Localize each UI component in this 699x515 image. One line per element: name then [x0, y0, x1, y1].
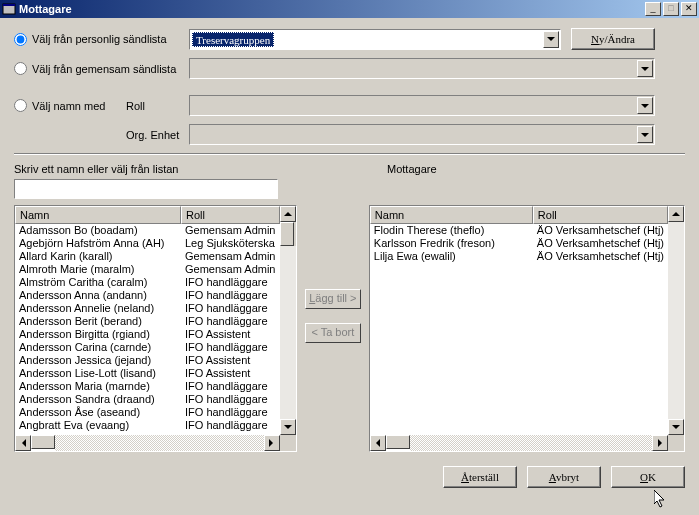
maximize-button[interactable]: □ — [663, 2, 679, 16]
combo-org[interactable] — [189, 124, 655, 145]
list-item[interactable]: Agebjörn Hafström Anna (AH)Leg Sjuksköte… — [15, 237, 280, 250]
list-item[interactable]: Allard Karin (karall)Gemensam Admin — [15, 250, 280, 263]
cell-role: IFO handläggare — [181, 419, 280, 432]
list-item[interactable]: Andersson Lise-Lott (lisand)IFO Assisten… — [15, 367, 280, 380]
list-item[interactable]: Karlsson Fredrik (freson)ÄO Verksamhetsc… — [370, 237, 668, 250]
list-item[interactable]: Andersson Åse (aseand)IFO handläggare — [15, 406, 280, 419]
scroll-left-icon[interactable] — [15, 435, 31, 451]
cell-role: Gemensam Admin — [181, 250, 280, 263]
cell-role: IFO handläggare — [181, 276, 280, 289]
selected-list[interactable]: Namn Roll Flodin Therese (theflo)ÄO Verk… — [369, 205, 685, 452]
cell-name: Andersson Lise-Lott (lisand) — [15, 367, 181, 380]
ny-andra-button[interactable]: Ny/Ändra — [571, 28, 655, 50]
vertical-scrollbar[interactable] — [668, 206, 684, 435]
horizontal-scrollbar[interactable] — [15, 435, 296, 451]
scroll-up-icon[interactable] — [668, 206, 684, 222]
scroll-track[interactable] — [55, 435, 264, 451]
list-item[interactable]: Adamsson Bo (boadam)Gemensam Admin — [15, 224, 280, 237]
reset-button[interactable]: Återställ — [443, 466, 517, 488]
cell-role: IFO handläggare — [181, 380, 280, 393]
chevron-down-icon[interactable] — [637, 60, 653, 77]
col-name[interactable]: Namn — [370, 206, 533, 224]
vertical-scrollbar[interactable] — [280, 206, 296, 435]
list-item[interactable]: Almroth Marie (maralm)Gemensam Admin — [15, 263, 280, 276]
cell-role: IFO Assistent — [181, 367, 280, 380]
chevron-down-icon[interactable] — [637, 126, 653, 143]
scroll-up-icon[interactable] — [280, 206, 296, 222]
cancel-button[interactable]: Avbryt — [527, 466, 601, 488]
cell-role: IFO Assistent — [181, 354, 280, 367]
cell-role: IFO handläggare — [181, 393, 280, 406]
chevron-down-icon[interactable] — [543, 31, 559, 48]
radio-personal-input[interactable] — [14, 33, 27, 46]
scroll-down-icon[interactable] — [280, 419, 296, 435]
titlebar: Mottagare _ □ ✕ — [0, 0, 699, 18]
list-item[interactable]: Andersson Sandra (draand)IFO handläggare — [15, 393, 280, 406]
cell-name: Flodin Therese (theflo) — [370, 224, 533, 237]
list-header: Namn Roll — [15, 206, 280, 224]
combo-shared-list[interactable] — [189, 58, 655, 79]
available-list[interactable]: Namn Roll Adamsson Bo (boadam)Gemensam A… — [14, 205, 297, 452]
cell-name: Agebjörn Hafström Anna (AH) — [15, 237, 181, 250]
scroll-thumb[interactable] — [31, 435, 55, 449]
chevron-down-icon[interactable] — [637, 97, 653, 114]
scroll-thumb[interactable] — [280, 222, 294, 246]
col-role[interactable]: Roll — [533, 206, 668, 224]
radio-shared-input[interactable] — [14, 62, 27, 75]
minimize-button[interactable]: _ — [645, 2, 661, 16]
cell-role: Gemensam Admin — [181, 263, 280, 276]
list-item[interactable]: Andersson Jessica (jejand)IFO Assistent — [15, 354, 280, 367]
scroll-down-icon[interactable] — [668, 419, 684, 435]
list-item[interactable]: Flodin Therese (theflo)ÄO Verksamhetsche… — [370, 224, 668, 237]
cell-role: IFO handläggare — [181, 406, 280, 419]
close-button[interactable]: ✕ — [681, 2, 697, 16]
cell-role: ÄO Verksamhetschef (Htj) — [533, 237, 668, 250]
list-item[interactable]: Andersson Maria (marnde)IFO handläggare — [15, 380, 280, 393]
cursor-icon — [654, 490, 670, 510]
cell-name: Adamsson Bo (boadam) — [15, 224, 181, 237]
list-item[interactable]: Andersson Carina (carnde)IFO handläggare — [15, 341, 280, 354]
radio-personal-list[interactable]: Välj från personlig sändlista — [14, 33, 189, 46]
col-name[interactable]: Namn — [15, 206, 181, 224]
label-recipients: Mottagare — [387, 163, 437, 175]
remove-button[interactable]: < Ta bort — [305, 323, 361, 343]
cell-role: ÄO Verksamhetschef (Htj) — [533, 250, 668, 263]
cell-role: IFO handläggare — [181, 289, 280, 302]
list-item[interactable]: Andersson Berit (berand)IFO handläggare — [15, 315, 280, 328]
scroll-right-icon[interactable] — [652, 435, 668, 451]
cell-role: Gemensam Admin — [181, 224, 280, 237]
list-item[interactable]: Andersson Anna (andann)IFO handläggare — [15, 289, 280, 302]
scroll-track[interactable] — [280, 246, 296, 419]
horizontal-scrollbar[interactable] — [370, 435, 684, 451]
add-button[interactable]: Lägg till > — [305, 289, 361, 309]
svg-rect-1 — [3, 4, 15, 6]
cell-name: Lilja Ewa (ewalil) — [370, 250, 533, 263]
cell-name: Andersson Berit (berand) — [15, 315, 181, 328]
name-search-input[interactable] — [14, 179, 278, 199]
list-item[interactable]: Lilja Ewa (ewalil)ÄO Verksamhetschef (Ht… — [370, 250, 668, 263]
list-item[interactable]: Andersson Birgitta (rgiand)IFO Assistent — [15, 328, 280, 341]
scroll-track[interactable] — [410, 435, 652, 451]
list-header: Namn Roll — [370, 206, 668, 224]
scroll-track[interactable] — [668, 222, 684, 419]
ok-button[interactable]: OK — [611, 466, 685, 488]
cell-name: Andersson Sandra (draand) — [15, 393, 181, 406]
radio-by-name-input[interactable] — [14, 99, 27, 112]
scroll-thumb[interactable] — [386, 435, 410, 449]
list-item[interactable]: Andersson Annelie (neland)IFO handläggar… — [15, 302, 280, 315]
list-item[interactable]: Angbratt Eva (evaang)IFO handläggare — [15, 419, 280, 432]
list-item[interactable]: Almström Caritha (caralm)IFO handläggare — [15, 276, 280, 289]
scroll-left-icon[interactable] — [370, 435, 386, 451]
radio-shared-list[interactable]: Välj från gemensam sändlista — [14, 62, 189, 75]
divider — [14, 153, 685, 155]
combo-role[interactable] — [189, 95, 655, 116]
radio-by-name[interactable]: Välj namn med — [14, 99, 126, 112]
cell-name: Andersson Åse (aseand) — [15, 406, 181, 419]
combo-personal-list[interactable]: Treservagruppen — [189, 29, 561, 50]
app-icon — [2, 2, 16, 16]
window-title: Mottagare — [19, 3, 643, 15]
col-role[interactable]: Roll — [181, 206, 280, 224]
label-org: Org. Enhet — [126, 129, 189, 141]
cell-name: Andersson Birgitta (rgiand) — [15, 328, 181, 341]
scroll-right-icon[interactable] — [264, 435, 280, 451]
